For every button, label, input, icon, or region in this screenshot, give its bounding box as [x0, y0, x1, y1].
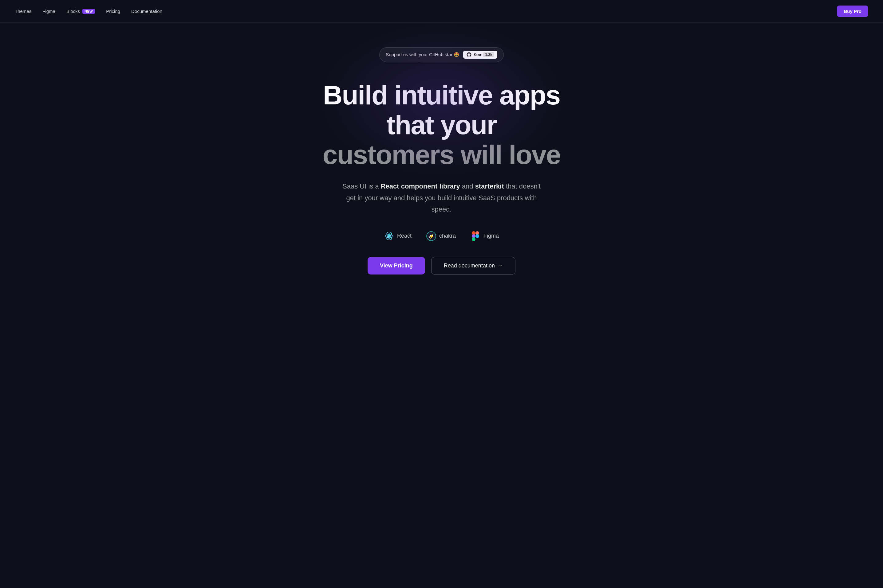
subtitle-bold1: React component library: [381, 182, 460, 190]
svg-rect-10: [472, 237, 475, 241]
github-icon: [466, 52, 472, 57]
chakra-icon: ⚡: [426, 231, 436, 241]
hero-title-line2: customers will love: [323, 140, 561, 170]
navbar: Themes Figma Blocks NEW Pricing Document…: [0, 0, 883, 23]
view-pricing-button[interactable]: View Pricing: [368, 257, 425, 274]
tech-react-label: React: [397, 233, 412, 239]
github-star-button[interactable]: Star 1.2k: [463, 51, 497, 58]
nav-pricing[interactable]: Pricing: [106, 9, 120, 14]
nav-figma[interactable]: Figma: [42, 9, 55, 14]
nav-blocks-wrapper: Blocks NEW: [66, 9, 95, 14]
tech-chakra-label: chakra: [439, 233, 456, 239]
hero-section: Support us with your GitHub star 🤩 Star …: [0, 23, 883, 293]
read-docs-button[interactable]: Read documentation →: [431, 257, 515, 274]
nav-documentation[interactable]: Documentation: [131, 9, 162, 14]
hero-subtitle: Saas UI is a React component library and…: [337, 180, 546, 215]
star-label: Star: [474, 52, 481, 57]
arrow-icon: →: [497, 262, 503, 269]
svg-point-0: [388, 235, 390, 237]
read-docs-label: Read documentation: [444, 262, 495, 269]
hero-title: Build intuitive apps that your customers…: [303, 81, 580, 170]
buy-pro-button[interactable]: Buy Pro: [837, 6, 868, 17]
nav-themes[interactable]: Themes: [15, 9, 32, 14]
tech-react: React: [384, 231, 412, 241]
figma-icon: [471, 231, 480, 241]
tech-figma: Figma: [471, 231, 499, 241]
github-banner-text: Support us with your GitHub star 🤩: [386, 52, 459, 57]
cta-buttons: View Pricing Read documentation →: [368, 257, 515, 274]
subtitle-text2: and: [460, 182, 475, 190]
nav-links: Themes Figma Blocks NEW Pricing Document…: [15, 9, 162, 14]
subtitle-text1: Saas UI is a: [342, 182, 381, 190]
tech-figma-label: Figma: [483, 233, 499, 239]
nav-blocks[interactable]: Blocks: [66, 9, 80, 14]
svg-text:⚡: ⚡: [429, 234, 434, 239]
star-count: 1.2k: [483, 52, 494, 57]
tech-chakra: ⚡ chakra: [426, 231, 456, 241]
new-badge: NEW: [82, 9, 95, 14]
svg-point-11: [475, 234, 479, 238]
react-icon: [384, 231, 394, 241]
github-banner[interactable]: Support us with your GitHub star 🤩 Star …: [379, 47, 504, 62]
tech-stack: React ⚡ chakra: [384, 231, 499, 241]
hero-title-line1: Build intuitive apps that your: [323, 80, 560, 140]
subtitle-bold2: starterkit: [475, 182, 504, 190]
